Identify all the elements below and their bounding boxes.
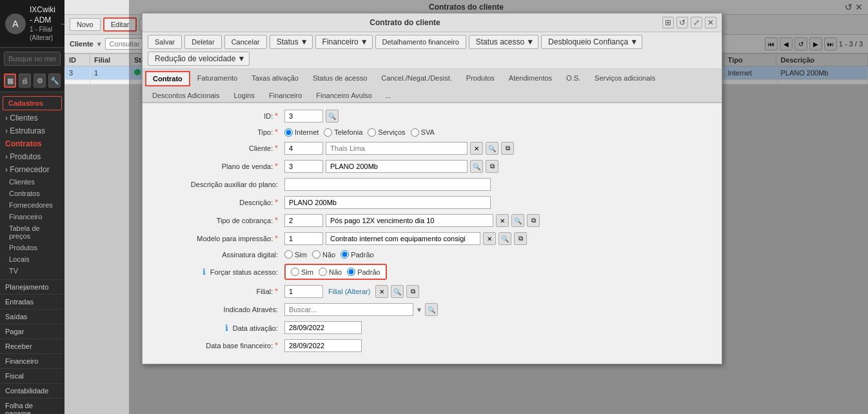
modal-desbloqueio-button[interactable]: Desbloqueio Confiança▼	[541, 35, 642, 49]
descricao-input[interactable]	[284, 196, 491, 209]
id-lookup-icon[interactable]: 🔍	[326, 110, 339, 123]
sidebar-item-locais[interactable]: Locais	[0, 253, 64, 265]
data-base-input[interactable]	[284, 339, 362, 352]
cliente-name-input[interactable]	[326, 142, 468, 155]
modelo-name-input[interactable]	[326, 232, 480, 245]
filial-search-icon[interactable]: 🔍	[391, 285, 404, 298]
tab-contrato[interactable]: Contrato	[145, 71, 190, 86]
filial-clear-icon[interactable]: ✕	[375, 285, 388, 298]
sidebar-item-folha[interactable]: Folha de pagame...	[0, 398, 64, 414]
plano-search-icon[interactable]: 🔍	[470, 160, 483, 173]
tab-faturamento[interactable]: Faturamento	[190, 71, 244, 86]
print-icon[interactable]: 🖨	[19, 74, 31, 88]
tipo-servicos[interactable]: Serviços	[368, 128, 405, 137]
sidebar-item-financeiro2[interactable]: Financeiro	[0, 353, 64, 368]
forcar-sim[interactable]: Sim	[291, 268, 313, 276]
cadastros-label[interactable]: Cadastros	[3, 96, 62, 110]
sidebar-item-fiscal[interactable]: Fiscal	[0, 368, 64, 383]
assinatura-nao[interactable]: Não	[312, 250, 335, 259]
plano-name-input[interactable]	[326, 160, 468, 173]
modal-reducao-button[interactable]: Redução de velocidade▼	[148, 52, 250, 66]
cobranca-name-input[interactable]	[326, 214, 493, 227]
sidebar-item-contabilidade[interactable]: Contabilidade	[0, 383, 64, 398]
forcar-padrao[interactable]: Padrão	[347, 268, 380, 276]
cobranca-id-input[interactable]	[284, 214, 323, 227]
tab-financeiro[interactable]: Financeiro	[262, 88, 309, 102]
sidebar-item-fornecedores[interactable]: Fornecedores	[0, 199, 64, 211]
home-icon[interactable]: ▦	[4, 74, 16, 88]
modal-close-icon[interactable]: ✕	[705, 17, 716, 28]
tab-taxas[interactable]: Taxas ativação	[244, 71, 306, 86]
modal-status-button[interactable]: Status▼	[270, 35, 313, 49]
cliente-clear-icon[interactable]: ✕	[470, 142, 483, 155]
modal-back-icon[interactable]: ↺	[676, 17, 688, 28]
desc-aux-control	[284, 178, 709, 191]
search-input[interactable]	[4, 52, 61, 66]
tab-cancel[interactable]: Cancel./Negat./Desist.	[374, 71, 459, 86]
sidebar-item-entradas[interactable]: Entradas	[0, 294, 64, 309]
modal-status-acesso-button[interactable]: Status acesso▼	[469, 35, 538, 49]
sidebar-item-tv[interactable]: TV	[0, 265, 64, 277]
col-id: ID	[65, 54, 90, 66]
sidebar-item-tabela[interactable]: Tabela de preços	[0, 222, 64, 242]
form-row-id: ID: * 🔍	[155, 110, 709, 123]
modal-salvar-button[interactable]: Salvar	[148, 35, 182, 49]
indicado-input[interactable]	[284, 303, 413, 316]
modelo-id-input[interactable]	[284, 232, 323, 245]
plano-id-input[interactable]	[284, 160, 323, 173]
sidebar-item-contratos2[interactable]: Contratos	[0, 188, 64, 199]
sidebar-item-pagar[interactable]: Pagar	[0, 324, 64, 339]
tab-os[interactable]: O.S.	[559, 71, 587, 86]
cobranca-search-icon[interactable]: 🔍	[511, 214, 524, 227]
modelo-open-icon[interactable]: ⧉	[514, 232, 527, 245]
modal-cancelar-button[interactable]: Cancelar	[224, 35, 267, 49]
settings-icon[interactable]: ⚙	[34, 74, 46, 88]
sidebar-item-estruturas[interactable]: › Estruturas	[0, 124, 64, 137]
modal-detalhamento-button[interactable]: Detalhamento financeiro	[375, 35, 466, 49]
filial-id-input[interactable]	[284, 285, 323, 298]
novo-button[interactable]: Novo	[70, 18, 101, 31]
modelo-search-icon[interactable]: 🔍	[498, 232, 511, 245]
modal-resize-icon[interactable]: ⊞	[662, 17, 674, 28]
wrench-icon[interactable]: 🔧	[48, 74, 61, 88]
tipo-sva[interactable]: SVA	[411, 128, 435, 137]
sidebar-item-clientes[interactable]: › Clientes	[0, 112, 64, 124]
data-ativacao-input[interactable]	[284, 321, 362, 334]
id-input[interactable]	[284, 110, 323, 123]
sidebar-item-financeiro[interactable]: Financeiro	[0, 211, 64, 222]
cliente-open-icon[interactable]: ⧉	[501, 142, 514, 155]
modal-deletar-button[interactable]: Deletar	[184, 35, 221, 49]
tab-atendimentos[interactable]: Atendimentos	[502, 71, 559, 86]
filial-open-icon[interactable]: ⧉	[406, 285, 419, 298]
tab-logins[interactable]: Logins	[227, 88, 262, 102]
indicado-search-icon[interactable]: 🔍	[425, 303, 438, 316]
sidebar-item-contratos[interactable]: Contratos	[0, 137, 64, 150]
tab-status-acesso[interactable]: Status de acesso	[306, 71, 374, 86]
sidebar-item-fornecedor[interactable]: › Fornecedor	[0, 163, 64, 176]
sidebar-item-receber[interactable]: Receber	[0, 339, 64, 353]
tab-more[interactable]: ...	[379, 88, 397, 102]
sidebar-item-clientes2[interactable]: Clientes	[0, 176, 64, 188]
sidebar-item-saidas[interactable]: Saídas	[0, 309, 64, 324]
tipo-internet[interactable]: Internet	[284, 128, 319, 137]
forcar-nao[interactable]: Não	[319, 268, 342, 276]
tab-financeiro-avulso[interactable]: Financeiro Avulso	[309, 88, 379, 102]
desc-aux-input[interactable]	[284, 178, 491, 191]
plano-open-icon[interactable]: ⧉	[486, 160, 498, 173]
tab-servicos[interactable]: Serviços adicionais	[587, 71, 662, 86]
tipo-telefonia[interactable]: Telefonia	[324, 128, 362, 137]
cliente-search-icon[interactable]: 🔍	[486, 142, 498, 155]
cobranca-open-icon[interactable]: ⧉	[527, 214, 540, 227]
sidebar-item-planejamento[interactable]: Planejamento	[0, 279, 64, 294]
modal-financeiro-button[interactable]: Financeiro▼	[315, 35, 373, 49]
cobranca-clear-icon[interactable]: ✕	[496, 214, 509, 227]
modelo-clear-icon[interactable]: ✕	[483, 232, 496, 245]
assinatura-padrao[interactable]: Padrão	[340, 250, 373, 259]
assinatura-sim[interactable]: Sim	[284, 250, 307, 259]
tab-descontos[interactable]: Descontos Adicionais	[145, 88, 227, 102]
modal-expand-icon[interactable]: ⤢	[691, 17, 702, 28]
sidebar-item-produtos2[interactable]: Produtos	[0, 242, 64, 253]
cliente-id-input[interactable]	[284, 142, 323, 155]
tab-produtos[interactable]: Produtos	[459, 71, 502, 86]
sidebar-item-produtos[interactable]: › Produtos	[0, 150, 64, 163]
